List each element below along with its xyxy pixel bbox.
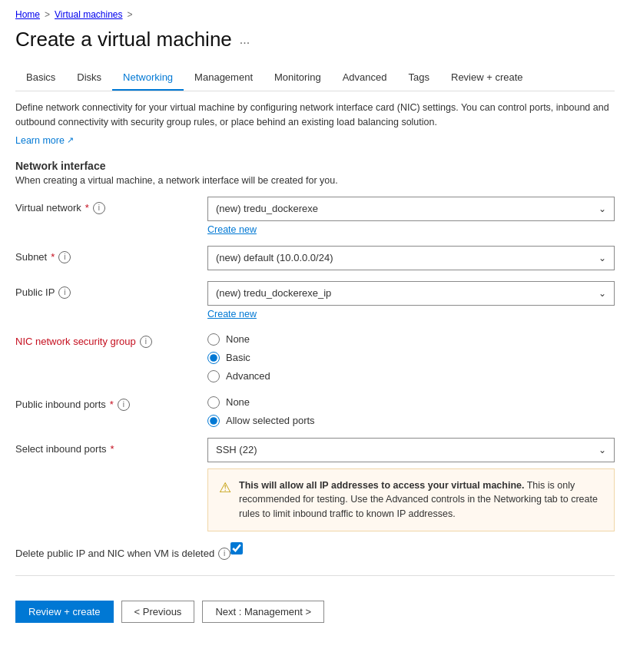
virtual-network-label: Virtual network * i xyxy=(15,197,207,214)
subnet-chevron-icon: ⌄ xyxy=(598,253,606,263)
subnet-required: * xyxy=(51,251,55,263)
footer-actions: Review + create < Previous Next : Manage… xyxy=(15,591,615,632)
virtual-network-info-icon[interactable]: i xyxy=(93,202,105,214)
public-inbound-required: * xyxy=(110,399,114,410)
tab-advanced[interactable]: Advanced xyxy=(332,65,398,91)
nic-security-group-row: NIC network security group i None Basic … xyxy=(15,330,615,382)
select-inbound-ports-row: Select inbound ports * SSH (22) ⌄ ⚠ This… xyxy=(15,438,615,531)
page-title: Create a virtual machine xyxy=(15,28,232,51)
delete-public-ip-label-container: Delete public IP and NIC when VM is dele… xyxy=(15,542,230,560)
select-inbound-ports-control: SSH (22) ⌄ ⚠ This will allow all IP addr… xyxy=(207,438,615,531)
inbound-allow-selected[interactable]: Allow selected ports xyxy=(207,415,615,427)
nic-security-group-control: None Basic Advanced xyxy=(207,330,615,382)
public-inbound-info-icon[interactable]: i xyxy=(118,399,130,411)
virtual-network-create-new[interactable]: Create new xyxy=(207,224,257,235)
nic-security-advanced-radio[interactable] xyxy=(207,370,220,382)
tab-bar: Basics Disks Networking Management Monit… xyxy=(15,65,615,91)
nic-security-none[interactable]: None xyxy=(207,333,615,346)
breadcrumb-sep1: > xyxy=(45,9,50,20)
subnet-control: (new) default (10.0.0.0/24) ⌄ xyxy=(207,246,615,270)
select-inbound-ports-label: Select inbound ports * xyxy=(15,438,207,455)
subnet-info-icon[interactable]: i xyxy=(58,251,71,263)
tab-networking[interactable]: Networking xyxy=(112,65,184,91)
delete-public-ip-label: Delete public IP and NIC when VM is dele… xyxy=(15,548,214,559)
subnet-value: (new) default (10.0.0.0/24) xyxy=(216,252,333,263)
select-inbound-ports-dropdown[interactable]: SSH (22) ⌄ xyxy=(207,438,615,462)
nic-security-advanced[interactable]: Advanced xyxy=(207,370,615,382)
virtual-network-required: * xyxy=(85,202,89,214)
delete-public-ip-checkbox[interactable] xyxy=(230,542,243,554)
delete-public-ip-info-icon[interactable]: i xyxy=(218,548,230,560)
learn-more-link[interactable]: Learn more ↗ xyxy=(15,135,74,146)
review-create-button[interactable]: Review + create xyxy=(15,601,114,623)
public-ip-info-icon[interactable]: i xyxy=(58,286,71,299)
tab-basics[interactable]: Basics xyxy=(15,65,66,91)
previous-button[interactable]: < Previous xyxy=(121,601,195,623)
tab-monitoring[interactable]: Monitoring xyxy=(264,65,332,91)
networking-description: Define network connectivity for your vir… xyxy=(15,101,615,130)
public-ip-control: (new) tredu_dockerexe_ip ⌄ Create new xyxy=(207,281,615,319)
nic-security-group-label-text: NIC network security group xyxy=(15,336,136,347)
warning-box: ⚠ This will allow all IP addresses to ac… xyxy=(207,468,615,531)
nic-security-none-radio[interactable] xyxy=(207,333,220,346)
public-inbound-ports-row: Public inbound ports * i None Allow sele… xyxy=(15,393,615,427)
network-interface-desc: When creating a virtual machine, a netwo… xyxy=(15,175,615,186)
public-ip-label: Public IP i xyxy=(15,281,207,299)
external-link-icon: ↗ xyxy=(67,135,74,145)
public-ip-row: Public IP i (new) tredu_dockerexe_ip ⌄ C… xyxy=(15,281,615,319)
tab-management[interactable]: Management xyxy=(184,65,264,91)
nic-security-group-radio-group: None Basic Advanced xyxy=(207,330,615,382)
warning-text: This will allow all IP addresses to acce… xyxy=(239,478,603,521)
public-inbound-ports-label: Public inbound ports * i xyxy=(15,393,207,411)
delete-public-ip-row: Delete public IP and NIC when VM is dele… xyxy=(15,542,615,560)
public-inbound-ports-radio-group: None Allow selected ports xyxy=(207,393,615,427)
next-management-button[interactable]: Next : Management > xyxy=(202,601,324,623)
warning-triangle-icon: ⚠ xyxy=(219,479,231,521)
network-interface-header: Network interface xyxy=(15,160,615,172)
nic-security-basic[interactable]: Basic xyxy=(207,352,615,364)
breadcrumb: Home > Virtual machines > xyxy=(15,9,615,20)
page-title-container: Create a virtual machine ... xyxy=(15,28,615,51)
tab-review-create[interactable]: Review + create xyxy=(440,65,534,91)
delete-public-ip-control xyxy=(230,542,615,554)
breadcrumb-vms[interactable]: Virtual machines xyxy=(55,9,123,20)
public-ip-dropdown[interactable]: (new) tredu_dockerexe_ip ⌄ xyxy=(207,281,615,306)
public-ip-value: (new) tredu_dockerexe_ip xyxy=(216,287,331,299)
virtual-network-value: (new) tredu_dockerexe xyxy=(216,203,318,214)
inbound-none-radio[interactable] xyxy=(207,396,220,409)
select-inbound-required: * xyxy=(111,443,114,455)
virtual-network-dropdown[interactable]: (new) tredu_dockerexe ⌄ xyxy=(207,197,615,221)
warning-bold-text: This will allow all IP addresses to acce… xyxy=(239,480,524,491)
public-ip-chevron-icon: ⌄ xyxy=(598,288,606,299)
select-inbound-ports-chevron-icon: ⌄ xyxy=(598,445,606,455)
virtual-network-control: (new) tredu_dockerexe ⌄ Create new xyxy=(207,197,615,235)
inbound-allow-radio[interactable] xyxy=(207,415,220,427)
inbound-none[interactable]: None xyxy=(207,396,615,409)
nic-security-group-label: NIC network security group i xyxy=(15,330,207,348)
virtual-network-row: Virtual network * i (new) tredu_dockerex… xyxy=(15,197,615,235)
tab-tags[interactable]: Tags xyxy=(398,65,440,91)
public-inbound-ports-control: None Allow selected ports xyxy=(207,393,615,427)
virtual-network-chevron-icon: ⌄ xyxy=(598,204,606,214)
subnet-dropdown[interactable]: (new) default (10.0.0.0/24) ⌄ xyxy=(207,246,615,270)
breadcrumb-sep2: > xyxy=(128,9,133,20)
tab-disks[interactable]: Disks xyxy=(66,65,112,91)
delete-public-ip-checkbox-label[interactable] xyxy=(230,542,615,554)
nic-security-group-info-icon[interactable]: i xyxy=(140,336,152,348)
footer-divider xyxy=(15,575,615,576)
page-title-menu-icon[interactable]: ... xyxy=(240,33,250,47)
select-inbound-ports-value: SSH (22) xyxy=(216,444,257,455)
subnet-row: Subnet * i (new) default (10.0.0.0/24) ⌄ xyxy=(15,246,615,270)
breadcrumb-home[interactable]: Home xyxy=(15,9,40,20)
public-ip-create-new[interactable]: Create new xyxy=(207,309,257,319)
nic-security-basic-radio[interactable] xyxy=(207,352,220,364)
subnet-label: Subnet * i xyxy=(15,246,207,263)
